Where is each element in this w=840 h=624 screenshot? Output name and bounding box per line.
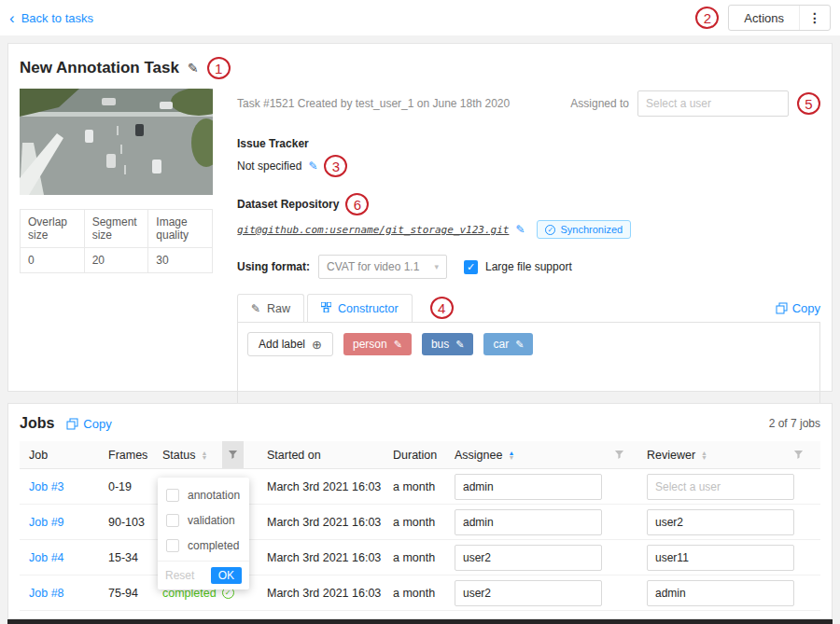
sync-status-label: Synchronized xyxy=(560,224,623,235)
table-row: Job #4 15-34 March 3rd 2021 16:03 a mont… xyxy=(20,540,820,575)
jobs-copy-link[interactable]: Copy xyxy=(66,417,111,431)
job-link[interactable]: Job #3 xyxy=(29,480,108,493)
callout-4: 4 xyxy=(430,297,454,319)
col-assignee[interactable]: Assignee ▲▼ xyxy=(455,449,647,462)
table-row: Job #3 0-19 March 3rd 2021 16:03 a month xyxy=(20,469,820,505)
filter-option-label: annotation xyxy=(188,489,240,502)
col-reviewer[interactable]: Reviewer ▲▼ xyxy=(647,449,811,462)
label-tag-person[interactable]: person ✎ xyxy=(343,333,412,355)
task-title: New Annotation Task xyxy=(20,59,179,77)
jobs-count: 2 of 7 jobs xyxy=(769,417,820,430)
large-file-support-checkbox[interactable]: ✓ xyxy=(464,260,478,274)
bottom-edge-strip xyxy=(7,619,833,624)
started-cell: March 3rd 2021 16:03 xyxy=(267,587,393,600)
add-label-text: Add label xyxy=(259,338,305,351)
edit-label-icon[interactable]: ✎ xyxy=(455,339,464,351)
col-started: Started on xyxy=(267,449,393,462)
task-detail-card: New Annotation Task ✎ 1 xyxy=(7,43,833,392)
reviewer-filter-funnel-icon[interactable] xyxy=(793,450,804,460)
duration-cell: a month xyxy=(393,551,455,564)
duration-cell: a month xyxy=(393,480,455,493)
jobs-card: Jobs Copy 2 of 7 jobs Job Frames Status … xyxy=(7,403,833,619)
col-job: Job xyxy=(29,449,108,462)
assignee-input[interactable] xyxy=(455,580,602,606)
edit-issue-tracker-icon[interactable]: ✎ xyxy=(308,159,317,173)
issue-tracker-label: Issue Tracker xyxy=(237,137,820,150)
tab-raw[interactable]: ✎ Raw xyxy=(237,294,304,322)
label-tag-bus[interactable]: bus ✎ xyxy=(422,333,474,355)
edit-repository-icon[interactable]: ✎ xyxy=(515,223,525,236)
param-value-segment: 20 xyxy=(84,248,148,273)
sort-carets-icon[interactable]: ▲▼ xyxy=(201,451,207,460)
col-status[interactable]: Status ▲▼ xyxy=(162,441,267,468)
label-tag-car[interactable]: car ✎ xyxy=(483,333,533,355)
filter-option-completed[interactable]: completed xyxy=(158,533,249,558)
actions-label: Actions xyxy=(729,11,799,25)
edit-label-icon[interactable]: ✎ xyxy=(394,339,402,351)
started-cell: March 3rd 2021 16:03 xyxy=(267,551,393,564)
format-select-value: CVAT for video 1.1 xyxy=(327,260,419,273)
frames-cell: 15-34 xyxy=(108,551,162,564)
plus-circle-icon: ⊕ xyxy=(312,338,322,352)
jobs-table: Job Frames Status ▲▼ Started on Duration… xyxy=(20,441,820,611)
status-filter-funnel-icon[interactable] xyxy=(222,441,244,468)
back-to-tasks-link[interactable]: ‹ Back to tasks xyxy=(9,10,93,26)
label-bus-name: bus xyxy=(431,338,449,351)
col-frames: Frames xyxy=(108,449,162,462)
checkbox-unchecked[interactable] xyxy=(166,514,179,527)
checkbox-unchecked[interactable] xyxy=(166,489,179,502)
frames-cell: 0-19 xyxy=(108,480,162,493)
col-duration: Duration xyxy=(393,449,455,462)
add-label-button[interactable]: Add label ⊕ xyxy=(247,332,333,356)
task-assignee-input[interactable] xyxy=(637,90,789,117)
dataset-repository-url[interactable]: git@github.com:username/git_storage_v123… xyxy=(237,224,509,236)
edit-label-icon[interactable]: ✎ xyxy=(515,339,524,351)
callout-6: 6 xyxy=(345,193,369,215)
labels-copy-link[interactable]: Copy xyxy=(776,301,820,315)
job-link[interactable]: Job #4 xyxy=(29,551,108,564)
param-value-quality: 30 xyxy=(148,248,213,273)
filter-ok-button[interactable]: OK xyxy=(211,567,242,584)
assignee-input[interactable] xyxy=(455,474,602,500)
reviewer-input[interactable] xyxy=(647,474,794,500)
filter-option-label: completed xyxy=(188,539,239,552)
job-link[interactable]: Job #9 xyxy=(29,516,108,529)
tab-raw-label: Raw xyxy=(267,302,290,315)
task-preview-image xyxy=(20,89,213,195)
callout-5: 5 xyxy=(797,92,820,115)
jobs-copy-label: Copy xyxy=(83,417,111,431)
table-row: Job #8 75-94 completed ✓ March 3rd 2021 … xyxy=(20,575,820,611)
frames-cell: 90-103 xyxy=(108,516,162,529)
tab-constructor[interactable]: Constructor xyxy=(307,294,413,322)
param-value-overlap: 0 xyxy=(21,248,85,273)
col-reviewer-label: Reviewer xyxy=(647,449,695,462)
job-link[interactable]: Job #8 xyxy=(29,587,108,600)
format-select[interactable]: CVAT for video 1.1 ▾ xyxy=(318,255,447,279)
edit-title-icon[interactable]: ✎ xyxy=(188,61,199,76)
reviewer-input[interactable] xyxy=(647,545,794,571)
using-format-label: Using format: xyxy=(237,260,310,273)
build-icon xyxy=(321,302,331,315)
assignee-filter-funnel-icon[interactable] xyxy=(614,450,624,460)
sort-carets-icon[interactable]: ▲▼ xyxy=(508,451,514,460)
filter-option-annotation[interactable]: annotation xyxy=(158,482,249,507)
filter-reset-button[interactable]: Reset xyxy=(165,569,194,582)
sort-carets-icon[interactable]: ▲▼ xyxy=(701,451,707,460)
filter-option-validation[interactable]: validation xyxy=(158,507,249,533)
param-header-quality: Image quality xyxy=(148,210,213,248)
reviewer-input[interactable] xyxy=(647,580,794,606)
actions-button[interactable]: Actions ⋮ xyxy=(728,5,831,31)
chevron-left-icon: ‹ xyxy=(9,10,15,26)
pencil-icon: ✎ xyxy=(251,302,260,315)
callout-1: 1 xyxy=(207,57,231,79)
chevron-down-icon: ▾ xyxy=(434,262,439,271)
started-cell: March 3rd 2021 16:03 xyxy=(267,480,393,493)
copy-icon xyxy=(776,302,788,314)
status-filter-dropdown: annotation validation completed Reset OK xyxy=(158,478,249,589)
assignee-input[interactable] xyxy=(455,545,602,571)
checkbox-unchecked[interactable] xyxy=(166,539,179,552)
reviewer-input[interactable] xyxy=(647,509,794,535)
assignee-input[interactable] xyxy=(455,509,602,535)
more-vertical-icon[interactable]: ⋮ xyxy=(800,10,830,25)
col-status-label: Status xyxy=(162,449,195,462)
